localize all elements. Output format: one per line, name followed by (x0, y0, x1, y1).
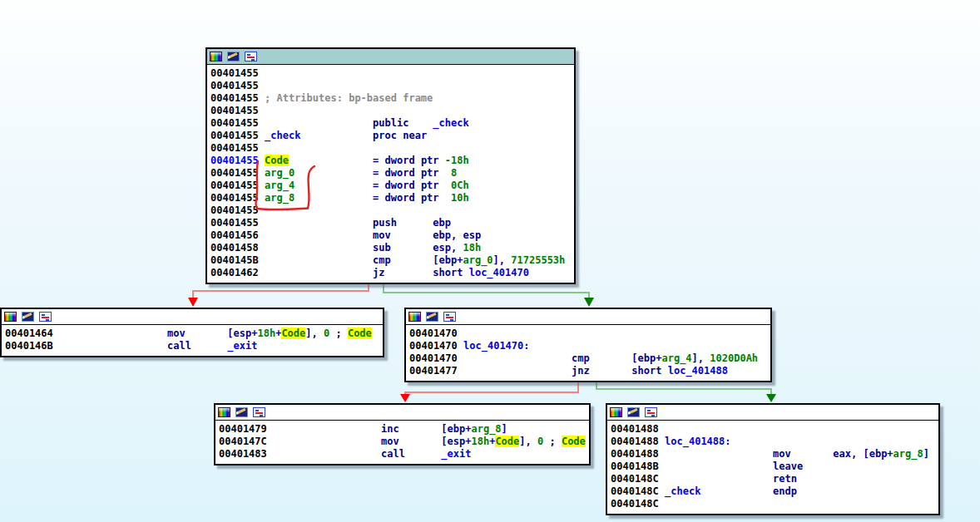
edit-pencil-icon[interactable] (22, 312, 34, 322)
node-titlebar[interactable] (215, 405, 589, 421)
asm-line[interactable]: 00401455 arg_4 = dword ptr 0Ch (210, 180, 572, 192)
node-titlebar[interactable] (406, 309, 770, 325)
edit-pencil-icon[interactable] (426, 312, 438, 322)
asm-line[interactable]: 00401488 mov eax, [ebp+arg_8] (611, 448, 937, 460)
node-titlebar[interactable] (207, 49, 574, 65)
asm-line[interactable]: 0040148C (611, 498, 937, 510)
asm-line[interactable]: 0040147C mov [esp+18h+Code], 0 ; Code (219, 436, 587, 448)
graph-node-00401470[interactable]: 0040147000401470 loc_401470:00401470 cmp… (404, 308, 772, 382)
graph-canvas[interactable]: 004014550040145500401455 ; Attributes: b… (0, 0, 980, 522)
asm-line[interactable]: 00401488 (611, 423, 937, 436)
asm-line[interactable]: 0040146B call _exit (5, 340, 381, 352)
graph-node-00401479[interactable]: 00401479 inc [ebp+arg_8]0040147C mov [es… (214, 403, 591, 465)
asm-line[interactable]: 00401455 (210, 142, 572, 155)
edit-pencil-icon[interactable] (627, 407, 640, 417)
edit-pencil-icon[interactable] (235, 407, 248, 417)
asm-line[interactable]: 0040148B leave (611, 460, 937, 473)
graph-overview-icon[interactable] (253, 407, 265, 417)
color-palette-icon[interactable] (218, 407, 230, 417)
code-lines[interactable]: 00401479 inc [ebp+arg_8]0040147C mov [es… (215, 421, 589, 464)
asm-line[interactable]: 00401458 sub esp, 18h (210, 242, 572, 254)
asm-line[interactable]: 00401455 push ebp (210, 217, 572, 229)
node-titlebar[interactable] (2, 309, 383, 325)
code-lines[interactable]: 00401464 mov [esp+18h+Code], 0 ; Code004… (2, 325, 383, 356)
asm-line[interactable]: 00401455 _check proc near (210, 130, 572, 142)
asm-line[interactable]: 00401464 mov [esp+18h+Code], 0 ; Code (5, 327, 381, 340)
asm-line[interactable]: 00401477 jnz short loc_401488 (409, 365, 769, 377)
asm-line[interactable]: 00401483 call _exit (219, 448, 587, 460)
graph-overview-icon[interactable] (39, 312, 52, 322)
asm-line[interactable]: 00401470 (409, 327, 769, 340)
asm-line[interactable]: 00401455 arg_8 = dword ptr 10h (210, 192, 572, 204)
asm-line[interactable]: 00401455 arg_0 = dword ptr 8 (210, 167, 572, 180)
asm-line[interactable]: 00401470 cmp [ebp+arg_4], 1020D0Ah (409, 352, 769, 365)
graph-node-00401464[interactable]: 00401464 mov [esp+18h+Code], 0 ; Code004… (0, 308, 384, 357)
asm-line[interactable]: 00401455 Code = dword ptr -18h (210, 155, 572, 167)
asm-line[interactable]: 00401470 loc_401470: (409, 340, 769, 352)
asm-line[interactable]: 00401455 (210, 204, 572, 217)
color-palette-icon[interactable] (610, 407, 622, 417)
color-palette-icon[interactable] (408, 312, 421, 322)
asm-line[interactable]: 00401456 mov ebp, esp (210, 229, 572, 242)
asm-line[interactable]: 00401455 (210, 67, 572, 80)
code-lines[interactable]: 004014550040145500401455 ; Attributes: b… (207, 65, 574, 283)
asm-line[interactable]: 00401479 inc [ebp+arg_8] (219, 423, 587, 436)
asm-line[interactable]: 0040148C retn (611, 473, 937, 485)
color-palette-icon[interactable] (210, 52, 222, 62)
asm-line[interactable]: 00401455 public _check (210, 117, 572, 130)
edit-pencil-icon[interactable] (227, 52, 240, 62)
node-titlebar[interactable] (607, 405, 938, 421)
graph-overview-icon[interactable] (443, 312, 456, 322)
code-lines[interactable]: 0040147000401470 loc_401470:00401470 cmp… (406, 325, 770, 381)
code-lines[interactable]: 0040148800401488 loc_401488:00401488 mov… (607, 421, 938, 514)
asm-line[interactable]: 00401455 ; Attributes: bp-based frame (210, 92, 572, 105)
asm-line[interactable]: 0040148C _check endp (611, 485, 937, 498)
asm-line[interactable]: 00401455 (210, 105, 572, 117)
graph-node-00401455[interactable]: 004014550040145500401455 ; Attributes: b… (205, 47, 576, 284)
color-palette-icon[interactable] (4, 312, 17, 322)
asm-line[interactable]: 00401455 (210, 80, 572, 92)
asm-line[interactable]: 00401488 loc_401488: (611, 436, 937, 448)
asm-line[interactable]: 0040145B cmp [ebp+arg_0], 71725553h (210, 254, 572, 267)
graph-overview-icon[interactable] (645, 407, 657, 417)
graph-node-00401488[interactable]: 0040148800401488 loc_401488:00401488 mov… (606, 403, 940, 515)
asm-line[interactable]: 00401462 jz short loc_401470 (210, 267, 572, 279)
graph-overview-icon[interactable] (245, 52, 257, 62)
